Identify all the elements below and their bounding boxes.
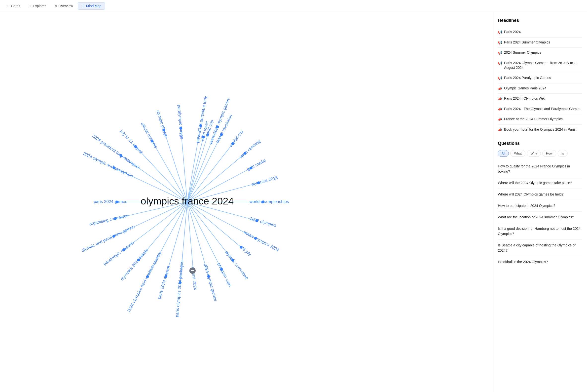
question-item[interactable]: Is Seattle a city capable of hosting the… (498, 240, 582, 256)
megaphone-icon: 📢 (498, 61, 502, 66)
question-item[interactable]: Is softball in the 2024 Olympics? (498, 256, 582, 268)
megaphone-icon: 📢 (498, 50, 502, 56)
node-label[interactable]: sport climbing (238, 139, 261, 159)
question-item[interactable]: Is it a good decision for Hamburg not to… (498, 223, 582, 240)
mindmap-canvas[interactable]: paris 2024 president tonyparalympic phry… (0, 12, 493, 392)
edge-line (181, 128, 187, 202)
headline-item[interactable]: 📣Olympic Games Paris 2024 (498, 84, 582, 94)
pill-why[interactable]: Why (527, 150, 541, 157)
node-label[interactable]: paris 2024 mascot (157, 265, 171, 300)
edge-line (187, 137, 203, 202)
node-label[interactable]: paris olympics 2024 packages (175, 260, 184, 318)
node-label[interactable]: paralympic phryge (176, 104, 184, 139)
megaphone-icon: 📣 (498, 107, 502, 112)
question-item[interactable]: How to qualify for the 2024 France Olymp… (498, 161, 582, 177)
node-label[interactable]: 2024 olympic and paralympic (82, 151, 134, 178)
node-label[interactable]: phrygian caps (216, 262, 233, 288)
edge-line (136, 146, 187, 202)
question-item[interactable]: How to participate in 2024 Olympics? (498, 200, 582, 212)
pill-all[interactable]: All (498, 150, 509, 157)
questions-list: How to qualify for the 2024 France Olymp… (498, 161, 582, 268)
megaphone-icon: 📣 (498, 128, 502, 132)
pill-is[interactable]: Is (558, 150, 568, 157)
question-item[interactable]: Where will 2024 Olympics games be held? (498, 189, 582, 200)
node-label[interactable]: official mascots (140, 122, 158, 149)
center-node-label: olympics france 2024 (140, 196, 234, 206)
edge-line (187, 202, 241, 247)
megaphone-icon: 📢 (498, 76, 502, 81)
node-label[interactable]: 26 july (240, 246, 252, 257)
tab-mindmap[interactable]: ⋮Mind Map (78, 2, 105, 10)
headline-item[interactable]: 📢2024 Summer Olympics (498, 48, 582, 58)
megaphone-icon: 📢 (498, 30, 502, 35)
node-label[interactable]: paris 2024 games (94, 199, 127, 204)
headline-item[interactable]: 📣France at the 2024 Summer Olympics (498, 114, 582, 125)
right-panel: Headlines 📢Paris 2024📢Paris 2024 Summer … (493, 12, 587, 392)
node-label[interactable]: winter olympics 2024 (243, 230, 280, 252)
node-label[interactable]: gold medal (246, 158, 266, 172)
edge-line (164, 130, 187, 202)
megaphone-icon: 📣 (498, 117, 502, 122)
node-label[interactable]: organising committee (89, 213, 129, 226)
edge-line (187, 153, 245, 202)
headline-item[interactable]: 📢Paris 2024 Summer Olympics (498, 38, 582, 48)
node-label[interactable]: olympic committee (224, 250, 250, 280)
top-navigation: ⊞Cards⊟Explorer⊠Overview⋮Mind Map (0, 0, 587, 12)
question-item[interactable]: Where will the 2024 Olympic games take p… (498, 177, 582, 189)
megaphone-icon: 📣 (498, 96, 502, 101)
headline-item[interactable]: 📣Book your hotel for the Olympics 2024 i… (498, 125, 582, 135)
headline-item[interactable]: 📢Paris 2024 (498, 27, 582, 38)
headline-item[interactable]: 📢Paris 2024 Olympic Games – from 26 July… (498, 58, 582, 73)
mindmap-icon: ⋮ (81, 4, 85, 8)
questions-title: Questions (498, 141, 582, 146)
node-label[interactable]: 2024 president tony estanguet (91, 134, 140, 170)
headline-item[interactable]: 📣Paris 2024 | Olympics Wiki (498, 94, 582, 104)
node-label[interactable]: olympics 2028 (251, 175, 278, 186)
node-label[interactable]: 2024 olympics held in which country (126, 251, 162, 313)
edge-line (187, 144, 233, 202)
pill-what[interactable]: What (510, 150, 525, 157)
question-item[interactable]: What are the location of 2024 summer Oly… (498, 212, 582, 223)
node-label[interactable]: july to 11 august (119, 129, 144, 154)
pill-how[interactable]: How (542, 150, 556, 157)
filter-pills: AllWhatWhyHowIs (498, 150, 582, 157)
node-label[interactable]: 2032 olympics (249, 216, 277, 228)
explorer-icon: ⊟ (28, 4, 31, 8)
node-label[interactable]: olympic phryge (155, 110, 169, 138)
headline-item[interactable]: 📣Paris 2024 - The Olympic and Paralympic… (498, 104, 582, 114)
collapse-button[interactable] (189, 268, 196, 274)
overview-icon: ⊠ (54, 4, 57, 8)
node-label[interactable]: 2024 olympic games (203, 263, 218, 302)
cards-icon: ⊞ (7, 4, 9, 8)
node-label[interactable]: capital city (228, 129, 244, 148)
main-content: paris 2024 president tonyparalympic phry… (0, 12, 587, 392)
headline-item[interactable]: 📢Paris 2024 Paralympic Games (498, 73, 582, 84)
node-label[interactable]: world championships (249, 199, 289, 204)
mindmap-svg: paris 2024 president tonyparalympic phry… (0, 12, 493, 392)
edge-line (187, 135, 221, 202)
tab-overview[interactable]: ⊠Overview (51, 2, 77, 10)
headlines-list: 📢Paris 2024📢Paris 2024 Summer Olympics📢2… (498, 27, 582, 135)
node-label[interactable]: paralympic mascots (102, 240, 135, 266)
edge-line (152, 141, 187, 202)
questions-section: Questions AllWhatWhyHowIs How to qualify… (498, 141, 582, 268)
megaphone-icon: 📢 (498, 40, 502, 45)
tab-cards[interactable]: ⊞Cards (3, 2, 24, 10)
headlines-title: Headlines (498, 18, 582, 23)
megaphone-icon: 📣 (498, 86, 502, 91)
tab-explorer[interactable]: ⊟Explorer (25, 2, 49, 10)
